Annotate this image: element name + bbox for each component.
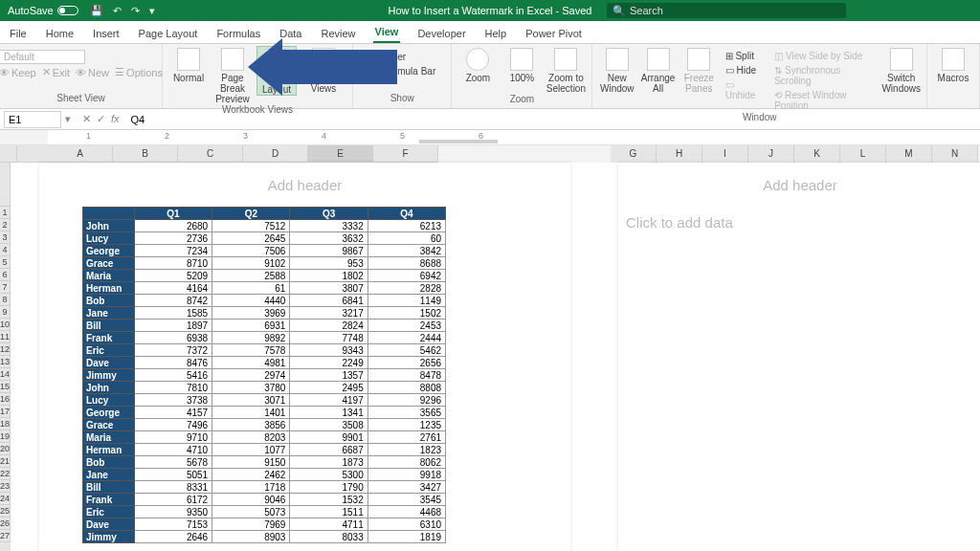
pagebreak-view-button[interactable]: Page Break Preview [212, 46, 253, 104]
table-header[interactable]: Q4 [368, 208, 445, 220]
data-cell[interactable]: 8808 [368, 382, 445, 394]
row-name-cell[interactable]: Bob [83, 295, 135, 307]
cancel-formula-icon[interactable]: ✕ [82, 113, 91, 125]
data-cell[interactable]: 5073 [212, 506, 290, 518]
data-cell[interactable]: 1149 [368, 295, 445, 307]
zoom-button[interactable]: Zoom [457, 46, 498, 83]
data-cell[interactable]: 8688 [368, 257, 445, 270]
row-name-cell[interactable]: Bill [83, 481, 135, 494]
row-header[interactable]: 21 [0, 455, 11, 468]
row-name-cell[interactable]: George [83, 245, 135, 257]
data-cell[interactable]: 7512 [212, 220, 290, 232]
data-cell[interactable]: 2249 [290, 357, 368, 369]
row-name-cell[interactable]: Dave [83, 518, 135, 531]
data-cell[interactable]: 9343 [290, 344, 368, 357]
table-header[interactable]: Q2 [212, 208, 290, 220]
tab-developer[interactable]: Developer [415, 26, 467, 43]
row-name-cell[interactable]: Lucy [83, 394, 135, 407]
fx-icon[interactable]: fx [111, 113, 120, 125]
data-cell[interactable]: 9901 [290, 431, 368, 444]
data-cell[interactable]: 6172 [134, 494, 212, 506]
data-cell[interactable]: 8710 [134, 257, 212, 270]
table-header[interactable]: Q3 [290, 208, 368, 220]
row-header[interactable]: 8 [0, 294, 11, 306]
row-header[interactable]: 16 [0, 393, 11, 406]
row-header[interactable]: 24 [0, 493, 11, 505]
row-name-cell[interactable]: Jane [83, 307, 135, 320]
data-cell[interactable]: 7496 [134, 419, 212, 431]
table-header[interactable] [83, 208, 135, 220]
row-header[interactable]: 22 [0, 468, 11, 480]
row-name-cell[interactable]: Maria [83, 431, 135, 444]
data-cell[interactable]: 7748 [290, 332, 368, 344]
data-cell[interactable]: 4468 [368, 506, 445, 518]
unhide-button[interactable]: ▭ Unhide [722, 78, 768, 101]
data-cell[interactable]: 5416 [134, 369, 212, 382]
data-cell[interactable]: 9102 [212, 257, 290, 270]
row-header[interactable]: 3 [0, 231, 11, 244]
normal-view-button[interactable]: Normal [168, 46, 209, 83]
row-name-cell[interactable]: John [83, 382, 135, 394]
select-all-button[interactable] [0, 145, 17, 163]
data-cell[interactable]: 9710 [134, 431, 212, 444]
row-header[interactable]: 14 [0, 368, 11, 381]
row-name-cell[interactable]: Bill [83, 320, 135, 332]
col-header-A[interactable]: A [48, 145, 113, 163]
row-name-cell[interactable]: Lucy [83, 232, 135, 245]
row-header[interactable]: 23 [0, 480, 11, 493]
row-name-cell[interactable]: Grace [83, 419, 135, 431]
data-cell[interactable]: 7372 [134, 344, 212, 357]
col-header-G[interactable]: G [611, 145, 657, 164]
col-header-M[interactable]: M [886, 145, 932, 164]
data-cell[interactable]: 3807 [290, 282, 368, 295]
data-cell[interactable]: 1802 [290, 270, 368, 282]
data-cell[interactable]: 7810 [134, 382, 212, 394]
name-box[interactable] [4, 111, 61, 128]
row-header[interactable]: 1 [0, 207, 11, 219]
row-name-cell[interactable]: Herman [83, 444, 135, 456]
data-cell[interactable]: 6687 [290, 444, 368, 456]
page-header-zone[interactable]: Add header [39, 163, 570, 207]
new-button[interactable]: 👁 New [76, 66, 109, 78]
row-name-cell[interactable]: Maria [83, 270, 135, 282]
row-header[interactable]: 27 [0, 530, 11, 542]
new-window-button[interactable]: New Window [598, 46, 635, 94]
row-header[interactable]: 9 [0, 306, 11, 319]
row-name-cell[interactable]: John [83, 220, 135, 232]
data-cell[interactable]: 8331 [134, 481, 212, 494]
row-name-cell[interactable]: Eric [83, 506, 135, 518]
data-cell[interactable]: 2588 [212, 270, 290, 282]
data-cell[interactable]: 4164 [134, 282, 212, 295]
data-cell[interactable]: 3427 [368, 481, 445, 494]
data-cell[interactable]: 2453 [368, 320, 445, 332]
data-cell[interactable]: 8203 [212, 431, 290, 444]
data-cell[interactable]: 3508 [290, 419, 368, 431]
data-cell[interactable]: 9892 [212, 332, 290, 344]
row-name-cell[interactable]: Bob [83, 456, 135, 469]
data-cell[interactable]: 7153 [134, 518, 212, 531]
formula-input[interactable]: Q4 [127, 114, 980, 125]
data-cell[interactable]: 9046 [212, 494, 290, 506]
chevron-down-icon[interactable]: ▾ [149, 5, 155, 17]
data-cell[interactable]: 2462 [212, 469, 290, 481]
enter-formula-icon[interactable]: ✓ [97, 113, 105, 125]
sheetview-select[interactable] [0, 50, 85, 64]
data-cell[interactable]: 4711 [290, 518, 368, 531]
macros-button[interactable]: Macros [933, 46, 973, 83]
exit-button[interactable]: ✕ Exit [42, 66, 70, 78]
data-cell[interactable]: 9150 [212, 456, 290, 469]
data-cell[interactable]: 9350 [134, 506, 212, 518]
click-to-add-data[interactable]: Click to add data [618, 207, 980, 231]
data-cell[interactable]: 9867 [290, 245, 368, 257]
col-header-E[interactable]: E [308, 145, 373, 163]
data-cell[interactable]: 6213 [368, 220, 445, 232]
data-cell[interactable]: 1502 [368, 307, 445, 320]
data-cell[interactable]: 7506 [212, 245, 290, 257]
data-cell[interactable]: 7234 [134, 245, 212, 257]
switch-windows-button[interactable]: Switch Windows [881, 46, 921, 94]
row-header[interactable]: 25 [0, 505, 11, 518]
keep-button[interactable]: 👁 Keep [0, 66, 36, 78]
table-header[interactable]: Q1 [134, 208, 212, 220]
data-cell[interactable]: 3780 [212, 382, 290, 394]
data-cell[interactable]: 5300 [290, 469, 368, 481]
